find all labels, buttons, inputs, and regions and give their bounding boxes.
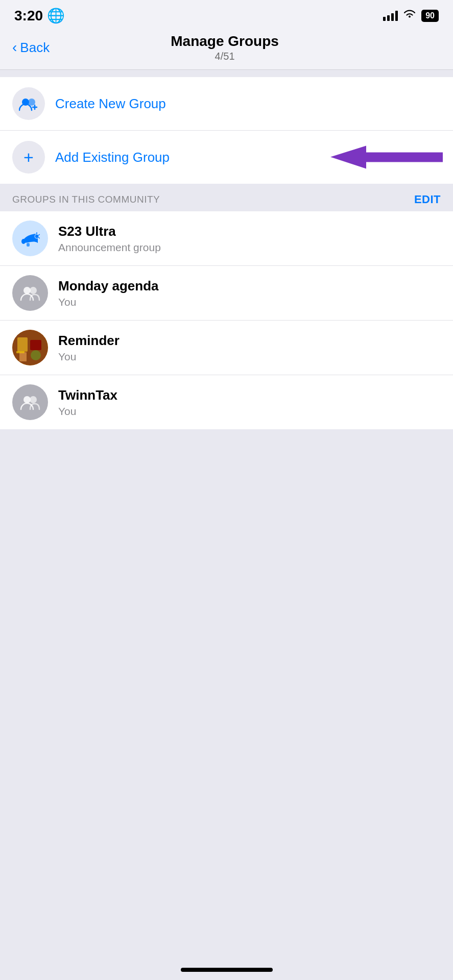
svg-point-17: [23, 396, 31, 403]
action-section: Create New Group + Add Existing Group: [0, 77, 453, 184]
back-chevron-icon: ‹: [12, 39, 17, 56]
page-title: Manage Groups: [171, 33, 279, 50]
globe-icon: 🌐: [47, 7, 65, 24]
svg-rect-14: [30, 340, 41, 350]
group-sub: Announcement group: [58, 241, 161, 254]
add-group-icon: +: [12, 141, 45, 174]
group-name: TwinnTax: [58, 387, 117, 403]
group-sub: You: [58, 351, 120, 363]
battery-level: 90: [425, 11, 435, 20]
back-button[interactable]: ‹ Back: [12, 40, 50, 56]
svg-point-10: [30, 287, 37, 294]
purple-arrow-annotation: [330, 143, 443, 172]
svg-rect-16: [16, 351, 25, 353]
status-bar: 3:20 🌐 90: [0, 0, 453, 28]
empty-background: [0, 429, 453, 838]
signal-icon: [383, 11, 398, 21]
group-info-s23-ultra: S23 Ultra Announcement group: [58, 224, 161, 254]
svg-rect-12: [17, 337, 28, 352]
status-icons: 90: [383, 9, 439, 22]
group-name: S23 Ultra: [58, 224, 161, 239]
edit-button[interactable]: EDIT: [414, 193, 441, 206]
svg-rect-4: [27, 243, 30, 247]
group-name: Monday agenda: [58, 278, 158, 294]
svg-line-7: [38, 234, 40, 235]
group-avatar-s23-ultra: [12, 220, 48, 256]
group-sub: You: [58, 296, 158, 308]
home-indicator: [181, 968, 273, 972]
group-avatar-monday-agenda: [12, 275, 48, 311]
page-subtitle: 4/51: [171, 51, 279, 62]
svg-point-3: [21, 239, 26, 244]
back-label: Back: [20, 40, 50, 56]
create-new-group-label: Create New Group: [55, 96, 166, 112]
section-label: GROUPS IN THIS COMMUNITY: [12, 194, 160, 205]
create-group-icon: [12, 87, 45, 120]
group-avatar-twinntax: [12, 384, 48, 420]
add-existing-group-label: Add Existing Group: [55, 150, 170, 165]
create-new-group-button[interactable]: Create New Group: [0, 77, 453, 131]
group-row-s23-ultra[interactable]: S23 Ultra Announcement group: [0, 211, 453, 266]
group-row-twinntax[interactable]: TwinnTax You: [0, 375, 453, 429]
group-row-monday-agenda[interactable]: Monday agenda You: [0, 266, 453, 321]
svg-rect-13: [19, 352, 27, 361]
group-info-reminder: Reminder You: [58, 333, 120, 363]
svg-point-5: [35, 234, 39, 238]
status-time: 3:20 🌐: [14, 7, 65, 24]
svg-point-15: [31, 350, 41, 360]
navigation-bar: ‹ Back Manage Groups 4/51: [0, 28, 453, 70]
battery-icon: 90: [421, 10, 439, 22]
group-info-twinntax: TwinnTax You: [58, 387, 117, 418]
wifi-icon: [403, 9, 416, 22]
add-existing-group-button[interactable]: + Add Existing Group: [0, 131, 453, 184]
section-header: GROUPS IN THIS COMMUNITY EDIT: [0, 184, 453, 211]
svg-line-8: [38, 237, 40, 238]
group-info-monday-agenda: Monday agenda You: [58, 278, 158, 308]
group-sub: You: [58, 405, 117, 418]
svg-point-18: [30, 396, 37, 403]
svg-point-9: [23, 287, 31, 294]
groups-list: S23 Ultra Announcement group Monday agen…: [0, 211, 453, 429]
group-name: Reminder: [58, 333, 120, 349]
svg-marker-2: [330, 146, 443, 169]
group-avatar-reminder: [12, 330, 48, 365]
time-display: 3:20: [14, 8, 43, 24]
group-row-reminder[interactable]: Reminder You: [0, 321, 453, 375]
nav-title-block: Manage Groups 4/51: [171, 33, 279, 62]
